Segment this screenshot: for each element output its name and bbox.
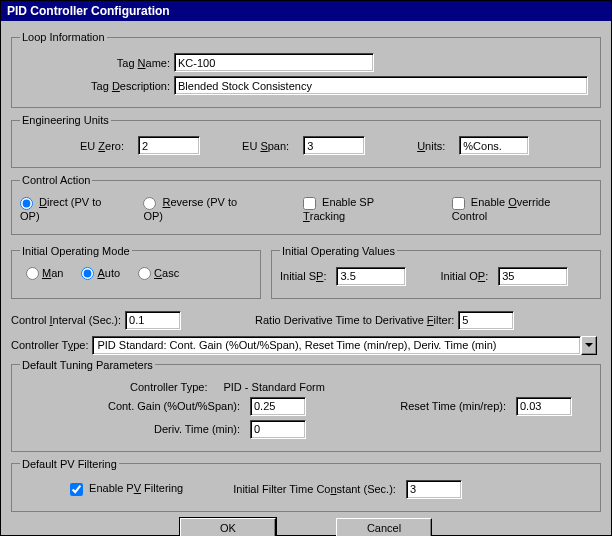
deriv-time-label: Deriv. Time (min):	[20, 423, 240, 435]
sp-tracking-checkbox-label[interactable]: Enable SP Tracking	[303, 196, 418, 222]
eu-units-input[interactable]	[459, 136, 529, 155]
initial-sp-label: Initial SP:	[280, 270, 326, 282]
reverse-radio[interactable]	[143, 197, 156, 210]
cont-gain-input[interactable]	[250, 397, 306, 416]
tag-name-input[interactable]	[174, 53, 374, 72]
eu-units-label: Units:	[417, 140, 445, 152]
controller-type-select[interactable]: PID Standard: Cont. Gain (%Out/%Span), R…	[92, 336, 597, 355]
controller-type-label: Controller Type:	[11, 339, 88, 351]
window-title: PID Controller Configuration	[1, 1, 611, 21]
casc-radio[interactable]	[138, 267, 151, 280]
override-control-checkbox[interactable]	[452, 197, 465, 210]
casc-radio-label[interactable]: Casc	[138, 267, 179, 281]
tag-name-label: Tag Name:	[20, 57, 170, 69]
initial-values-group: Initial Operating Values Initial SP: Ini…	[271, 245, 601, 299]
client-area: Loop Information Tag Name: Tag Descripti…	[1, 21, 611, 536]
eu-span-label: EU Span:	[242, 140, 289, 152]
direct-radio[interactable]	[20, 197, 33, 210]
tuning-parameters-group: Default Tuning Parameters Controller Typ…	[11, 359, 601, 452]
control-action-group: Control Action Direct (PV to OP) Reverse…	[11, 174, 601, 235]
control-action-legend: Control Action	[20, 174, 92, 186]
reset-time-label: Reset Time (min/rep):	[336, 400, 506, 412]
button-row: OK Cancel	[11, 518, 601, 536]
control-interval-label: Control Interval (Sec.):	[11, 314, 121, 326]
eu-zero-label: EU Zero:	[80, 140, 124, 152]
tag-description-input[interactable]	[174, 76, 588, 95]
sp-tracking-checkbox[interactable]	[303, 197, 316, 210]
initial-values-legend: Initial Operating Values	[280, 245, 397, 257]
chevron-down-icon	[585, 343, 593, 347]
filter-tc-label: Initial Filter Time Constant (Sec.):	[233, 483, 396, 495]
initial-op-label: Initial OP:	[440, 270, 488, 282]
ratio-filter-label: Ratio Derivative Time to Derivative Filt…	[255, 314, 454, 326]
auto-radio-label[interactable]: Auto	[81, 267, 120, 281]
controller-type-value: PID Standard: Cont. Gain (%Out/%Span), R…	[92, 336, 581, 355]
ratio-filter-input[interactable]	[458, 311, 514, 330]
pv-filtering-group: Default PV Filtering Enable PV Filtering…	[11, 458, 601, 512]
reverse-radio-label[interactable]: Reverse (PV to OP)	[143, 196, 259, 222]
ok-button[interactable]: OK	[180, 518, 276, 536]
engineering-units-legend: Engineering Units	[20, 114, 111, 126]
loop-information-legend: Loop Information	[20, 31, 107, 43]
initial-mode-legend: Initial Operating Mode	[20, 245, 132, 257]
pv-filtering-legend: Default PV Filtering	[20, 458, 119, 470]
pid-config-window: PID Controller Configuration Loop Inform…	[0, 0, 612, 536]
tuning-ctype-label: Controller Type:	[130, 381, 207, 393]
enable-pv-filtering-checkbox[interactable]	[70, 483, 83, 496]
tuning-ctype-value: PID - Standard Form	[223, 381, 324, 393]
loop-information-group: Loop Information Tag Name: Tag Descripti…	[11, 31, 601, 108]
deriv-time-input[interactable]	[250, 420, 306, 439]
controller-type-dropdown-button[interactable]	[581, 336, 597, 355]
override-control-checkbox-label[interactable]: Enable Override Control	[452, 196, 588, 222]
initial-mode-group: Initial Operating Mode Man Auto Casc	[11, 245, 261, 299]
tag-description-label: Tag Description:	[20, 80, 170, 92]
initial-sp-input[interactable]	[336, 267, 406, 286]
direct-radio-label[interactable]: Direct (PV to OP)	[20, 196, 123, 222]
enable-pv-filtering-label[interactable]: Enable PV Filtering	[70, 482, 183, 496]
auto-radio[interactable]	[81, 267, 94, 280]
tuning-parameters-legend: Default Tuning Parameters	[20, 359, 155, 371]
eu-span-input[interactable]	[303, 136, 365, 155]
initial-op-input[interactable]	[498, 267, 568, 286]
man-radio-label[interactable]: Man	[26, 267, 63, 281]
engineering-units-group: Engineering Units EU Zero: EU Span: Unit…	[11, 114, 601, 168]
eu-zero-input[interactable]	[138, 136, 200, 155]
control-interval-input[interactable]	[125, 311, 181, 330]
reset-time-input[interactable]	[516, 397, 572, 416]
cont-gain-label: Cont. Gain (%Out/%Span):	[20, 400, 240, 412]
filter-tc-input[interactable]	[406, 480, 462, 499]
man-radio[interactable]	[26, 267, 39, 280]
cancel-button[interactable]: Cancel	[336, 518, 432, 536]
